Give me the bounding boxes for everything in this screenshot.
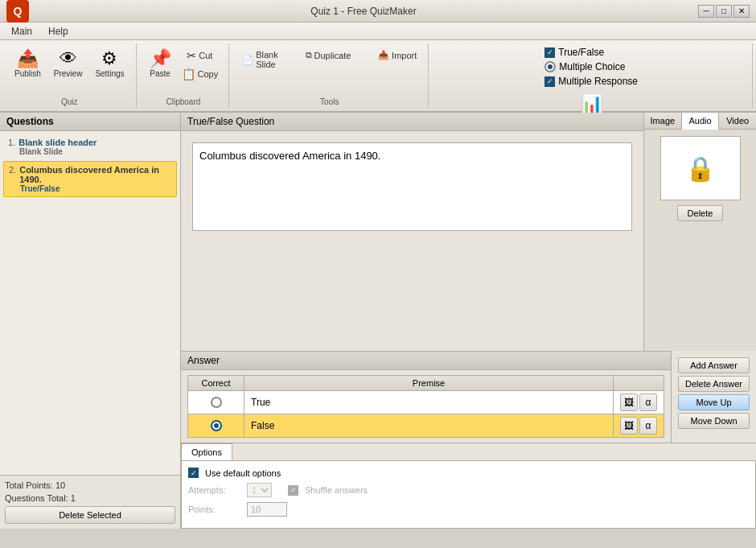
use-default-row: ✓ Use default options	[188, 468, 749, 478]
paste-button[interactable]: 📌 Paste	[145, 47, 176, 81]
points-row: Points:	[188, 502, 749, 517]
blank-slide-label: Blank Slide	[256, 50, 278, 69]
tab-audio[interactable]: Audio	[682, 113, 720, 130]
tools-group-label: tools	[320, 97, 339, 108]
menu-bar: Main Help	[0, 23, 756, 40]
answer-label-true[interactable]: True	[244, 391, 614, 414]
import-label: Import	[392, 51, 417, 60]
question-number-2: 2.	[9, 165, 16, 175]
col-premise: Premise	[244, 376, 614, 391]
question-section: True/False Question Columbus discovered …	[181, 113, 643, 351]
publish-button[interactable]: 📤 Publish	[10, 47, 46, 81]
question-subtitle-1: Blank Slide	[8, 147, 172, 156]
questions-panel: Questions 1. Blank slide header Blank Sl…	[0, 113, 181, 529]
shuffle-checkbox[interactable]: ✓	[288, 485, 298, 496]
multiple-choice-label: Multiple Choice	[559, 61, 625, 72]
copy-icon: 📋	[182, 68, 195, 80]
col-actions	[614, 376, 664, 391]
question-title-2: Columbus discovered America in 1490.	[19, 165, 171, 184]
multiple-choice-radio[interactable]	[544, 61, 556, 72]
import-button[interactable]: 📥 Import	[373, 47, 421, 64]
multiple-choice-radio-fill	[548, 64, 553, 69]
cut-icon: ✂	[187, 49, 196, 62]
duplicate-label: Duplicate	[314, 51, 351, 60]
use-default-checkbox[interactable]: ✓	[188, 468, 199, 478]
multiple-response-label: Multiple Response	[558, 76, 638, 87]
question-item-2[interactable]: 2. Columbus discovered America in 1490. …	[3, 161, 177, 197]
tab-image[interactable]: Image	[644, 113, 682, 129]
options-tab[interactable]: Options	[181, 443, 232, 460]
questions-header: Questions	[0, 113, 180, 131]
import-icon: 📥	[378, 50, 389, 60]
settings-label: Settings	[95, 69, 124, 78]
false-format-button[interactable]: α	[639, 417, 657, 435]
tab-video[interactable]: Video	[719, 113, 756, 129]
app-logo: Q	[6, 0, 29, 23]
question-title-1: Blank slide header	[18, 138, 97, 147]
question-text-field[interactable]: Columbus discovered America in 1490.	[192, 142, 632, 231]
questions-footer: Total Points: 10 Questions Total: 1 Dele…	[0, 475, 180, 529]
false-image-button[interactable]: 🖼	[620, 417, 638, 435]
move-down-button[interactable]: Move Down	[678, 413, 750, 429]
publish-label: Publish	[14, 69, 41, 78]
answer-header: Answer	[181, 351, 671, 370]
media-placeholder-icon: 🔒	[685, 155, 715, 183]
delete-selected-button[interactable]: Delete Selected	[5, 506, 175, 524]
question-section-header: True/False Question	[181, 113, 643, 131]
answer-section: Answer Correct Premise	[181, 351, 756, 443]
questions-list: 1. Blank slide header Blank Slide 2. Col…	[0, 131, 180, 475]
copy-button[interactable]: 📋 Copy	[178, 65, 223, 83]
blank-slide-button[interactable]: 📄 Blank Slide	[237, 47, 283, 72]
multiple-response-checkbox[interactable]: ✓	[544, 76, 555, 87]
answer-main: Answer Correct Premise	[181, 351, 671, 443]
questions-total: Questions Total: 1	[5, 493, 175, 503]
options-tab-bar: Options	[181, 443, 756, 460]
duplicate-button[interactable]: ⧉ Duplicate	[301, 47, 356, 64]
maximize-button[interactable]: □	[716, 5, 732, 18]
question-item-1[interactable]: 1. Blank slide header Blank Slide	[3, 134, 177, 159]
window-controls: ─ □ ✕	[698, 5, 750, 18]
media-delete-button[interactable]: Delete	[677, 205, 724, 221]
ribbon-group-clipboard: 📌 Paste ✂ Cut 📋 Copy	[138, 43, 230, 108]
points-input[interactable]	[247, 502, 287, 517]
true-format-button[interactable]: α	[639, 393, 657, 411]
menu-main[interactable]: Main	[3, 24, 40, 39]
delete-answer-button[interactable]: Delete Answer	[678, 376, 750, 392]
settings-button[interactable]: ⚙ Settings	[90, 47, 129, 81]
answer-table: Correct Premise True	[187, 375, 664, 438]
survey-icon: 📊	[581, 93, 602, 114]
minimize-button[interactable]: ─	[698, 5, 714, 18]
use-default-label: Use default options	[205, 468, 281, 478]
attempts-select[interactable]: 1	[247, 483, 272, 497]
attempts-label: Attempts:	[188, 485, 240, 495]
menu-help[interactable]: Help	[40, 24, 76, 39]
question-type-2: True/False	[9, 184, 171, 193]
cut-button[interactable]: ✂ Cut	[178, 47, 223, 64]
question-number-1: 1.	[8, 138, 15, 147]
true-false-label: True/False	[558, 47, 604, 58]
duplicate-icon: ⧉	[306, 50, 312, 60]
preview-button[interactable]: 👁 Preview	[49, 47, 88, 81]
clipboard-group-label: clipboard	[166, 97, 200, 108]
false-radio[interactable]	[211, 420, 222, 431]
answer-label-false[interactable]: False	[244, 414, 614, 438]
preview-label: Preview	[54, 69, 83, 78]
publish-icon: 📤	[17, 50, 39, 68]
true-image-button[interactable]: 🖼	[620, 393, 638, 411]
answer-row-true: True 🖼 α	[188, 391, 664, 414]
true-false-checkbox[interactable]: ✓	[544, 47, 555, 58]
options-section: Options ✓ Use default options Attempts: …	[181, 443, 756, 529]
true-radio[interactable]	[211, 397, 222, 408]
main-area: Questions 1. Blank slide header Blank Sl…	[0, 113, 756, 529]
move-up-button[interactable]: Move Up	[678, 394, 750, 410]
add-answer-button[interactable]: Add Answer	[678, 357, 750, 373]
shuffle-label: Shuffle answers	[305, 485, 368, 495]
points-label: Points:	[188, 505, 240, 514]
cut-label: Cut	[199, 51, 212, 60]
answer-row-false: False 🖼 α	[188, 414, 664, 438]
answer-action-buttons: Add Answer Delete Answer Move Up Move Do…	[671, 351, 756, 443]
close-button[interactable]: ✕	[733, 5, 750, 18]
ribbon: 📤 Publish 👁 Preview ⚙ Settings quiz 📌 Pa…	[0, 40, 756, 113]
title-bar: Q Quiz 1 - Free QuizMaker ─ □ ✕	[0, 0, 756, 23]
media-tabs: Image Audio Video	[644, 113, 756, 130]
